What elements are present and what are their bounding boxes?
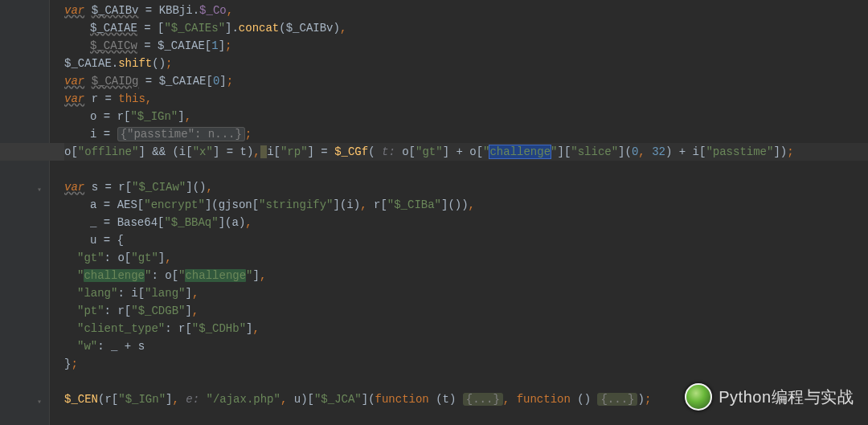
code-line-active[interactable]: o["offline"] && (i["x"] = t), i["rp"] = … (64, 143, 868, 161)
folded-block[interactable]: {...} (463, 393, 503, 406)
code-line[interactable]: a = AES["encrypt"](gjson["stringify"](i)… (64, 196, 868, 214)
code-line[interactable]: "client_type": r["$_CDHb"], (64, 320, 868, 337)
code-line[interactable]: "w": _ + s (64, 337, 868, 355)
code-line[interactable]: var $_CAIBv = KBBji.$_Co, (64, 2, 868, 19)
code-line[interactable]: $_CAIAE = ["$_CAIEs"].concat($_CAIBv), (64, 19, 868, 37)
watermark-text: Python编程与实战 (719, 386, 854, 408)
code-line[interactable]: "lang": i["lang"], (64, 284, 868, 302)
code-line[interactable] (64, 161, 868, 178)
code-line[interactable]: var $_CAIDg = $_CAIAE[0]; (64, 72, 868, 90)
code-line[interactable]: u = { (64, 231, 868, 249)
watermark: Python编程与实战 (685, 383, 854, 411)
code-line[interactable]: "challenge": o["challenge"], (64, 267, 868, 284)
code-line[interactable]: _ = Base64["$_BBAq"](a), (64, 214, 868, 231)
code-line[interactable]: i = {"passtime": n...}; (64, 125, 868, 143)
code-line[interactable]: var s = r["$_CIAw"](), (64, 178, 868, 196)
code-line[interactable]: var r = this, (64, 90, 868, 108)
code-line[interactable]: "gt": o["gt"], (64, 249, 868, 267)
match-challenge: challenge (185, 269, 246, 282)
code-area[interactable]: var $_CAIBv = KBBji.$_Co, $_CAIAE = ["$_… (50, 0, 868, 425)
code-line[interactable]: $_CAIAE.shift(); (64, 55, 868, 72)
code-editor[interactable]: ▾ ▾ ▾ var $_CAIBv = KBBji.$_Co, $_CAIAE … (0, 0, 868, 425)
code-line[interactable]: o = r["$_IGn"], (64, 108, 868, 125)
folded-block[interactable]: {...} (597, 393, 637, 406)
gutter: ▾ ▾ ▾ (0, 0, 50, 425)
code-line[interactable]: }; (64, 355, 868, 373)
watermark-avatar (685, 383, 712, 411)
match-challenge: challenge (84, 269, 145, 282)
selection-challenge: challenge (489, 145, 551, 158)
folded-object-passtime[interactable]: {"passtime": n...} (117, 127, 245, 141)
code-line[interactable]: "pt": r["$_CDGB"], (64, 302, 868, 320)
code-line[interactable]: $_CAICw = $_CAIAE[1]; (64, 37, 868, 55)
